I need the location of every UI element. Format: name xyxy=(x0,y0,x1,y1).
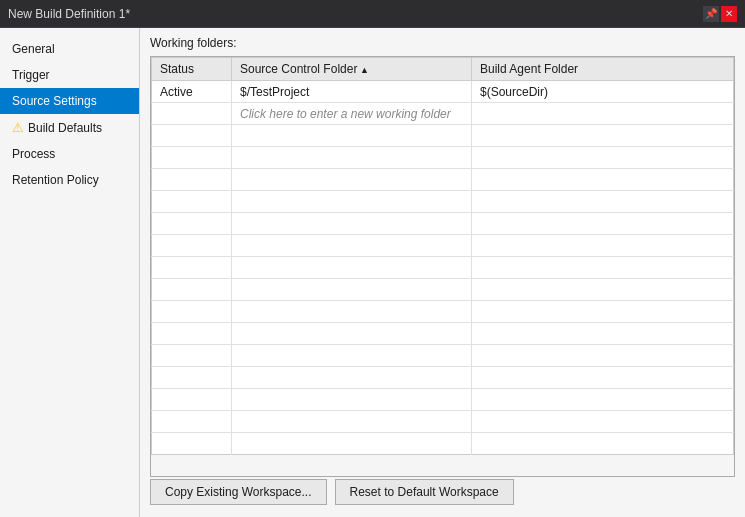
cell-status-hint xyxy=(152,103,232,125)
table-row-empty xyxy=(152,169,734,191)
sidebar-item-label: Retention Policy xyxy=(12,173,99,187)
table-row[interactable]: Active $/TestProject $(SourceDir) xyxy=(152,81,734,103)
sidebar-item-trigger[interactable]: Trigger xyxy=(0,62,139,88)
col-header-status: Status xyxy=(152,58,232,81)
title-bar: New Build Definition 1* 📌 ✕ xyxy=(0,0,745,28)
main-area: General Trigger Source Settings Build De… xyxy=(0,28,745,517)
table-row-empty xyxy=(152,257,734,279)
close-tab-button[interactable]: ✕ xyxy=(721,6,737,22)
cell-source[interactable]: $/TestProject xyxy=(232,81,472,103)
table-row-empty xyxy=(152,389,734,411)
reset-default-workspace-button[interactable]: Reset to Default Workspace xyxy=(335,479,514,505)
working-folders-table-wrapper: Status Source Control Folder Build Agent… xyxy=(150,56,735,477)
sidebar-item-general[interactable]: General xyxy=(0,36,139,62)
table-row-empty xyxy=(152,191,734,213)
copy-existing-workspace-button[interactable]: Copy Existing Workspace... xyxy=(150,479,327,505)
col-header-build: Build Agent Folder xyxy=(472,58,734,81)
sidebar-item-retention-policy[interactable]: Retention Policy xyxy=(0,167,139,193)
cell-new-folder-hint[interactable]: Click here to enter a new working folder xyxy=(232,103,472,125)
buttons-row: Copy Existing Workspace... Reset to Defa… xyxy=(150,479,735,505)
table-row-empty xyxy=(152,235,734,257)
table-row-empty xyxy=(152,345,734,367)
table-row-hint[interactable]: Click here to enter a new working folder xyxy=(152,103,734,125)
table-row-empty xyxy=(152,367,734,389)
title-bar-text: New Build Definition 1* xyxy=(8,7,703,21)
cell-build-hint xyxy=(472,103,734,125)
table-row-empty xyxy=(152,301,734,323)
section-title: Working folders: xyxy=(150,36,735,50)
table-row-empty xyxy=(152,411,734,433)
sidebar-item-label: Process xyxy=(12,147,55,161)
table-row-empty xyxy=(152,125,734,147)
col-header-source[interactable]: Source Control Folder xyxy=(232,58,472,81)
table-row-empty xyxy=(152,279,734,301)
pin-button[interactable]: 📌 xyxy=(703,6,719,22)
sidebar-item-source-settings[interactable]: Source Settings xyxy=(0,88,139,114)
cell-build: $(SourceDir) xyxy=(472,81,734,103)
sidebar-item-label: Source Settings xyxy=(12,94,97,108)
table-row-empty xyxy=(152,147,734,169)
title-bar-icons: 📌 ✕ xyxy=(703,6,737,22)
sidebar-item-process[interactable]: Process xyxy=(0,141,139,167)
sidebar-item-label: Build Defaults xyxy=(28,121,102,135)
nav-panel: General Trigger Source Settings Build De… xyxy=(0,28,140,517)
cell-status: Active xyxy=(152,81,232,103)
table-row-empty xyxy=(152,433,734,455)
table-row-empty xyxy=(152,323,734,345)
sidebar-item-label: General xyxy=(12,42,55,56)
sidebar-item-build-defaults[interactable]: Build Defaults xyxy=(0,114,139,141)
table-row-empty xyxy=(152,213,734,235)
content-panel: Working folders: Status Source Control F… xyxy=(140,28,745,517)
sidebar-item-label: Trigger xyxy=(12,68,50,82)
working-folders-table: Status Source Control Folder Build Agent… xyxy=(151,57,734,455)
